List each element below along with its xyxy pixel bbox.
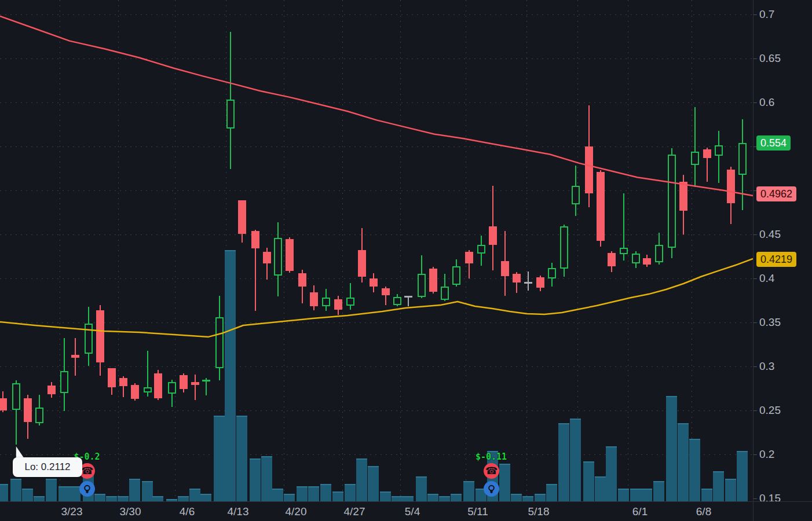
date-tick-label: 6/1: [620, 506, 660, 518]
candle-body: [144, 387, 152, 392]
price-tick-label: 0.3: [759, 361, 774, 372]
candle-body: [703, 149, 711, 158]
volume-bar: [356, 458, 367, 501]
vertical-gridline: [284, 0, 284, 501]
candle-body: [489, 226, 497, 245]
volume-bar: [546, 484, 557, 501]
volume-bar: [439, 496, 450, 501]
volume-bar: [94, 494, 105, 501]
time-axis[interactable]: 3/233/304/64/134/204/275/45/115/186/16/8: [0, 501, 812, 521]
volume-bar: [427, 494, 438, 501]
price-axis[interactable]: 0.70.650.60.550.50.450.40.350.30.250.20.…: [753, 0, 812, 521]
date-tick-label: 3/30: [110, 506, 151, 518]
vertical-gridline: [526, 0, 527, 501]
ma_red_long-line: [0, 16, 753, 196]
volume-bar: [463, 481, 474, 501]
ma_yellow_mid-line: [0, 259, 753, 337]
volume-bar: [297, 486, 308, 501]
candle-body: [393, 297, 401, 305]
candle-body: [715, 145, 723, 156]
candle-body: [608, 253, 616, 266]
date-tick-label: 4/27: [334, 506, 375, 518]
volume-bar: [214, 416, 225, 501]
volume-bar: [535, 494, 546, 501]
price-tick-label: 0.7: [759, 9, 774, 20]
volume-bar: [392, 496, 403, 501]
candle-body: [310, 292, 318, 306]
volume-bar: [236, 416, 247, 501]
candle-body: [358, 250, 366, 277]
volume-bar: [10, 479, 21, 501]
volume-bar: [666, 396, 677, 501]
volume-bar: [332, 491, 343, 501]
candle-body: [513, 274, 521, 282]
candle-body: [334, 299, 342, 310]
plot-area[interactable]: $-0.2☎$-0.11☎Lo: 0.2112: [0, 0, 753, 521]
candle-body: [536, 277, 544, 288]
candle-body: [274, 238, 282, 276]
horizontal-gridline: [0, 146, 753, 147]
candle-body: [263, 252, 271, 263]
candle-body: [226, 100, 235, 129]
volume-bar: [58, 486, 70, 501]
candle-body: [655, 245, 663, 262]
volume-bar: [653, 481, 664, 501]
candle-body: [501, 261, 509, 276]
volume-bar: [630, 489, 641, 501]
vertical-gridline: [466, 0, 466, 501]
date-tick-label: 4/20: [276, 506, 316, 518]
candle-body: [738, 143, 747, 175]
volume-bar: [701, 489, 712, 501]
candle-body: [322, 298, 330, 306]
candle-wick: [350, 283, 351, 310]
candle-body: [560, 226, 568, 269]
price-tickmark: [754, 498, 757, 499]
price-tickmark: [754, 278, 757, 279]
earnings-note-label: $-0.11: [476, 452, 507, 462]
candle-body: [548, 268, 556, 278]
vertical-gridline: [118, 0, 119, 501]
candle-body: [370, 278, 378, 287]
candle-body: [679, 182, 687, 211]
date-tick-label: 6/8: [683, 506, 724, 518]
candle-body: [346, 298, 354, 306]
candle-body: [238, 200, 246, 234]
horizontal-gridline: [0, 234, 753, 235]
candle-wick: [694, 107, 696, 187]
volume-bar: [595, 476, 606, 501]
volume-bar: [558, 423, 569, 501]
candle-body: [96, 310, 104, 362]
volume-bar: [522, 496, 533, 501]
volume-bar: [345, 484, 356, 501]
volume-bar: [689, 439, 700, 502]
vertical-gridline: [628, 0, 628, 501]
candle-body: [191, 382, 199, 385]
price-tickmark: [754, 410, 757, 411]
ma-red-price-label: 0.4962: [756, 186, 796, 201]
volume-bar: [737, 451, 748, 501]
candle-body: [643, 258, 651, 265]
candle-body: [0, 398, 7, 410]
vertical-gridline: [692, 0, 692, 501]
idea-marker[interactable]: [484, 481, 499, 497]
volume-bar: [284, 494, 295, 501]
price-chart[interactable]: $-0.2☎$-0.11☎Lo: 0.2112 0.70.650.60.550.…: [0, 0, 812, 521]
candle-body: [668, 155, 676, 248]
horizontal-gridline: [0, 14, 753, 15]
volume-bar: [606, 446, 617, 501]
volume-bar: [34, 496, 45, 501]
volume-bar: [368, 466, 379, 501]
volume-bar: [583, 461, 594, 501]
candle-body: [404, 296, 412, 298]
volume-bar: [641, 489, 652, 501]
vertical-gridline: [60, 0, 60, 501]
ma-lines-layer: [0, 0, 753, 501]
volume-bar: [451, 494, 462, 501]
volume-bar: [178, 496, 189, 501]
idea-marker[interactable]: [79, 481, 95, 497]
candle-body: [452, 266, 460, 285]
date-tick-label: 5/4: [392, 506, 433, 518]
earnings-call-marker[interactable]: ☎: [484, 463, 499, 479]
candle-body: [286, 239, 294, 271]
candle-body: [298, 273, 306, 287]
